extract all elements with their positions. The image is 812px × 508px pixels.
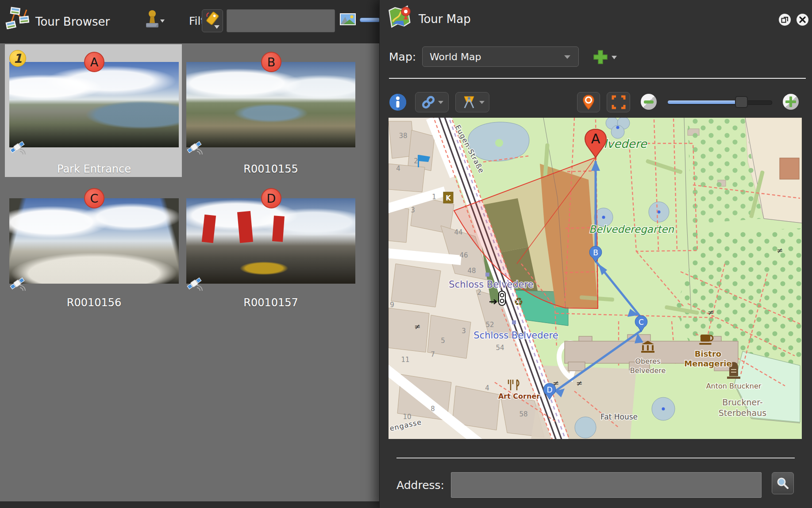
svg-text:2: 2 <box>477 289 481 296</box>
zoom-in-button[interactable] <box>783 94 799 110</box>
tag-icon <box>204 11 221 31</box>
link-icon <box>420 95 436 109</box>
svg-text:Belvedere: Belvedere <box>630 366 666 375</box>
svg-text:Belvederegarten: Belvederegarten <box>589 223 674 235</box>
svg-text:Anton Bruckner: Anton Bruckner <box>706 382 762 390</box>
svg-text:54: 54 <box>496 344 504 352</box>
svg-text:46: 46 <box>459 251 468 259</box>
address-search-button[interactable] <box>772 472 794 494</box>
map-canvas[interactable]: K ♻ ≠ ≠ ≠ ≠ ≠ <box>389 118 802 439</box>
svg-text:58: 58 <box>519 410 527 418</box>
panorama-thumb-r0010157[interactable] <box>186 198 355 284</box>
panorama-thumb-r0010155[interactable] <box>186 62 355 147</box>
svg-text:B: B <box>593 248 598 257</box>
thumb-label-r0010156: R0010156 <box>9 296 179 309</box>
info-icon <box>389 93 407 111</box>
svg-text:9: 9 <box>390 301 394 309</box>
chevron-down-icon <box>564 55 570 59</box>
svg-text:C: C <box>639 318 644 327</box>
svg-text:48: 48 <box>467 267 476 275</box>
gps-icon <box>9 275 26 292</box>
svg-text:38: 38 <box>399 132 407 140</box>
svg-text:44: 44 <box>454 228 462 236</box>
svg-text:Schloss Belvedere: Schloss Belvedere <box>449 279 533 290</box>
gps-icon <box>186 275 203 292</box>
separator <box>389 78 806 79</box>
stamp-icon <box>142 10 167 33</box>
svg-text:Oberes: Oberes <box>635 357 661 366</box>
svg-text:Bruckner-: Bruckner- <box>722 397 763 407</box>
svg-text:≠: ≠ <box>708 308 714 317</box>
panorama-list: A B C D 1 Park Entrance R0010155 R001015… <box>0 43 379 501</box>
chevron-down-icon <box>479 101 485 104</box>
svg-text:♻: ♻ <box>514 296 523 308</box>
thumb-label-r0010155: R0010155 <box>186 163 355 175</box>
add-map-button[interactable] <box>592 49 620 66</box>
svg-text:≠: ≠ <box>777 246 783 255</box>
thumb-marker-d-letter: D <box>267 192 276 205</box>
tour-map-icon <box>387 4 412 30</box>
undock-icon <box>781 16 789 23</box>
svg-text:10: 10 <box>403 413 411 421</box>
map-select[interactable]: World Map <box>422 46 579 67</box>
svg-text:D: D <box>546 385 552 394</box>
plus-icon <box>785 96 796 107</box>
red-flag <box>237 211 253 243</box>
map-label: Map: <box>389 50 416 63</box>
tour-browser-title: Tour Browser <box>35 0 110 43</box>
svg-text:52: 52 <box>485 321 494 329</box>
set-viewing-direction-button[interactable] <box>455 92 489 112</box>
svg-text:1: 1 <box>432 193 436 201</box>
gps-icon <box>186 139 203 156</box>
stamp-menu-button[interactable] <box>142 10 167 33</box>
thumb-marker-b: B <box>261 52 281 72</box>
minus-icon <box>644 100 654 104</box>
compass-icon <box>461 95 477 110</box>
thumbnail-size-slider[interactable] <box>360 18 380 22</box>
fit-view-button[interactable] <box>607 92 630 112</box>
tour-browser-header: Tour Browser Filter: <box>0 0 379 44</box>
svg-text:Fat House: Fat House <box>600 412 638 421</box>
info-button[interactable] <box>389 93 407 111</box>
add-icon <box>592 49 620 66</box>
svg-text:≠: ≠ <box>576 379 582 388</box>
center-marker-button[interactable] <box>577 92 600 112</box>
zoom-slider-fill <box>668 100 736 104</box>
filter-input[interactable] <box>227 9 335 32</box>
search-icon <box>777 477 789 489</box>
thumb-label-r0010157: R0010157 <box>186 296 355 309</box>
svg-text:4: 4 <box>396 165 400 173</box>
zoom-out-button[interactable] <box>641 94 657 110</box>
map-select-value: World Map <box>430 51 481 62</box>
tour-start-badge: 1 <box>9 50 26 67</box>
red-flag <box>272 216 285 242</box>
svg-text:K: K <box>446 194 451 202</box>
link-panoramas-button[interactable] <box>415 92 449 112</box>
svg-text:A: A <box>591 131 600 146</box>
zoom-slider-handle[interactable] <box>735 96 748 108</box>
tag-filter-button[interactable] <box>202 9 223 32</box>
map-pin-icon <box>582 94 595 110</box>
svg-text:8: 8 <box>431 405 435 413</box>
svg-text:Sterbehaus: Sterbehaus <box>719 408 766 418</box>
close-button[interactable] <box>797 14 808 26</box>
svg-text:Schloss Belvedere: Schloss Belvedere <box>473 330 558 341</box>
tour-map-title: Tour Map <box>419 0 471 41</box>
thumb-marker-c: C <box>84 188 104 208</box>
thumb-marker-a-letter: A <box>90 55 98 69</box>
address-label: Address: <box>396 479 444 492</box>
undock-button[interactable] <box>779 14 791 26</box>
svg-text:Art Corner: Art Corner <box>498 392 540 400</box>
panorama-thumb-park-entrance[interactable] <box>9 62 179 147</box>
close-icon <box>799 16 806 23</box>
thumb-marker-d: D <box>261 188 281 208</box>
address-input[interactable] <box>451 472 762 498</box>
svg-text:Menagerie: Menagerie <box>684 359 731 368</box>
panorama-thumb-r0010156[interactable] <box>9 198 179 284</box>
thumb-marker-b-letter: B <box>267 55 276 69</box>
red-flag <box>202 215 216 243</box>
svg-text:2: 2 <box>414 157 418 165</box>
svg-text:≠: ≠ <box>414 322 420 331</box>
thumbnail-size-icon <box>340 13 356 25</box>
chevron-down-icon <box>438 101 443 104</box>
